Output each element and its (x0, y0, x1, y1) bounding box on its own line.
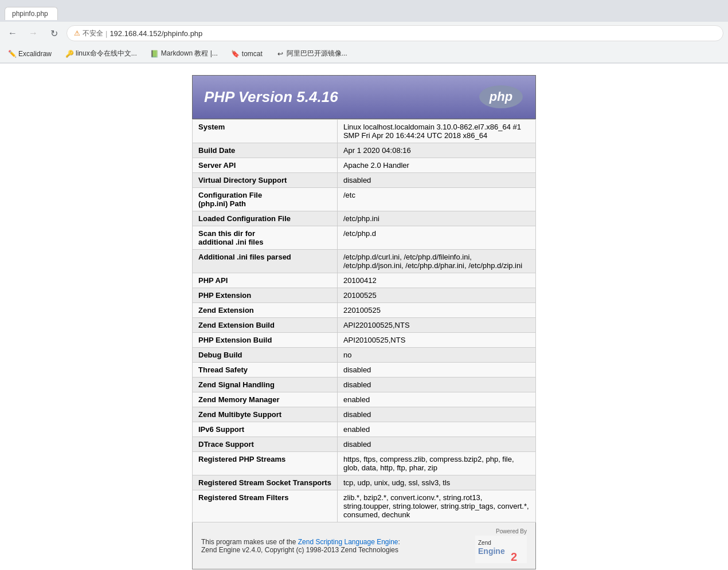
table-row: Loaded Configuration File/etc/php.ini (193, 211, 536, 226)
row-value: disabled (337, 437, 535, 452)
table-row: Scan this dir foradditional .ini files/e… (193, 226, 536, 250)
row-value: Apr 1 2020 04:08:16 (337, 143, 535, 158)
row-value: disabled (337, 407, 535, 422)
tomcat-icon: 🔖 (232, 50, 240, 58)
bookmark-tomcat[interactable]: 🔖 tomcat (228, 49, 266, 59)
row-value: Linux localhost.localdomain 3.10.0-862.e… (337, 120, 535, 143)
nav-bar: ← → ↻ ⚠ 不安全 | 192.168.44.152/phpinfo.php (0, 22, 728, 45)
back-button[interactable]: ← (5, 25, 21, 41)
row-key: Zend Multibyte Support (193, 407, 338, 422)
bookmark-alibaba-label: 阿里巴巴开源镜像... (287, 49, 347, 58)
table-row: Virtual Directory Supportdisabled (193, 173, 536, 188)
bookmark-markdown[interactable]: 📗 Markdown 教程 |... (147, 48, 221, 60)
row-value: no (337, 348, 535, 363)
table-row: Debug Buildno (193, 348, 536, 363)
row-key: Loaded Configuration File (193, 211, 338, 226)
url-text: 192.168.44.152/phpinfo.php (109, 29, 202, 38)
bookmarks-bar: ✏️ Excalidraw 🔑 linux命令在线中文... 📗 Markdow… (0, 45, 728, 63)
row-key: Build Date (193, 143, 338, 158)
phpinfo-container: PHP Version 5.4.16 php SystemLinux local… (192, 75, 536, 569)
row-key: PHP Extension (193, 288, 338, 303)
row-key: Server API (193, 158, 338, 173)
php-logo: php (478, 84, 524, 110)
browser-chrome: phpinfo.php ← → ↻ ⚠ 不安全 | 192.168.44.152… (0, 0, 728, 64)
table-row: Zend Signal Handlingdisabled (193, 378, 536, 392)
row-value: tcp, udp, unix, udg, ssl, sslv3, tls (337, 475, 535, 490)
row-key: Additional .ini files parsed (193, 250, 338, 273)
table-row: SystemLinux localhost.localdomain 3.10.0… (193, 120, 536, 143)
table-row: Registered Stream Filterszlib.*, bzip2.*… (193, 490, 536, 522)
row-value: enabled (337, 422, 535, 437)
row-key: Debug Build (193, 348, 338, 363)
php-header: PHP Version 5.4.16 php (192, 75, 536, 119)
excalidraw-icon: ✏️ (8, 50, 16, 58)
bookmark-linux[interactable]: 🔑 linux命令在线中文... (62, 48, 140, 60)
row-value: disabled (337, 378, 535, 392)
row-value: enabled (337, 392, 535, 407)
table-row: Server APIApache 2.0 Handler (193, 158, 536, 173)
row-value: zlib.*, bzip2.*, convert.iconv.*, string… (337, 490, 535, 522)
table-row: Zend Extension220100525 (193, 303, 536, 318)
table-row: Thread Safetydisabled (193, 363, 536, 378)
row-key: System (193, 120, 338, 143)
not-secure-label: 不安全 (83, 29, 103, 38)
row-key: Zend Signal Handling (193, 378, 338, 392)
zend-link[interactable]: Zend Scripting Language Engine (298, 538, 398, 546)
table-row: Registered PHP Streamshttps, ftps, compr… (193, 452, 536, 475)
markdown-icon: 📗 (151, 50, 159, 58)
footer-text-block: This program makes use of the Zend Scrip… (201, 538, 400, 554)
row-key: PHP Extension Build (193, 333, 338, 348)
row-key: PHP API (193, 273, 338, 288)
footer-line1: This program makes use of the Zend Scrip… (201, 538, 400, 546)
row-value: 20100525 (337, 288, 535, 303)
table-row: IPv6 Supportenabled (193, 422, 536, 437)
svg-text:2: 2 (511, 551, 517, 563)
table-row: PHP Extension20100525 (193, 288, 536, 303)
row-value: Apache 2.0 Handler (337, 158, 535, 173)
row-value: 220100525 (337, 303, 535, 318)
powered-by-text: Powered By (496, 528, 527, 534)
refresh-button[interactable]: ↻ (46, 25, 62, 41)
row-value: https, ftps, compress.zlib, compress.bzi… (337, 452, 535, 475)
row-key: Zend Extension (193, 303, 338, 318)
row-value: /etc/php.d/curl.ini, /etc/php.d/fileinfo… (337, 250, 535, 273)
table-row: Zend Memory Managerenabled (193, 392, 536, 407)
row-value: /etc/php.ini (337, 211, 535, 226)
separator: | (105, 29, 107, 38)
table-row: Configuration File(php.ini) Path/etc (193, 188, 536, 211)
row-value: /etc/php.d (337, 226, 535, 250)
table-row: Registered Stream Socket Transportstcp, … (193, 475, 536, 490)
bookmark-excalidraw[interactable]: ✏️ Excalidraw (5, 49, 55, 59)
table-row: PHP Extension BuildAPI20100525,NTS (193, 333, 536, 348)
row-key: Registered Stream Socket Transports (193, 475, 338, 490)
table-row: PHP API20100412 (193, 273, 536, 288)
row-key: Zend Extension Build (193, 318, 338, 333)
table-row: Additional .ini files parsed/etc/php.d/c… (193, 250, 536, 273)
security-warning: ⚠ (74, 29, 80, 37)
row-value: /etc (337, 188, 535, 211)
zend-logo: Zend Engine 2 (475, 536, 527, 563)
row-key: Scan this dir foradditional .ini files (193, 226, 338, 250)
row-key: Virtual Directory Support (193, 173, 338, 188)
row-key: Registered Stream Filters (193, 490, 338, 522)
address-bar[interactable]: ⚠ 不安全 | 192.168.44.152/phpinfo.php (66, 25, 723, 41)
table-row: DTrace Supportdisabled (193, 437, 536, 452)
svg-text:Engine: Engine (478, 547, 505, 556)
row-key: Zend Memory Manager (193, 392, 338, 407)
row-key: IPv6 Support (193, 422, 338, 437)
svg-text:php: php (489, 89, 512, 104)
active-tab[interactable]: phpinfo.php (5, 7, 58, 20)
row-value: API20100525,NTS (337, 333, 535, 348)
tab-bar: phpinfo.php (0, 0, 728, 22)
alibaba-icon: ↩ (276, 50, 284, 58)
footer-line2: Zend Engine v2.4.0, Copyright (c) 1998-2… (201, 546, 400, 554)
forward-button[interactable]: → (25, 25, 41, 41)
table-row: Zend Extension BuildAPI220100525,NTS (193, 318, 536, 333)
zend-logo-area: Powered By Zend Engine 2 (475, 528, 527, 563)
bookmark-alibaba[interactable]: ↩ 阿里巴巴开源镜像... (273, 48, 351, 60)
table-row: Zend Multibyte Supportdisabled (193, 407, 536, 422)
bookmark-excalidraw-label: Excalidraw (18, 50, 52, 58)
page-content: PHP Version 5.4.16 php SystemLinux local… (0, 64, 728, 570)
row-value: API220100525,NTS (337, 318, 535, 333)
row-key: DTrace Support (193, 437, 338, 452)
